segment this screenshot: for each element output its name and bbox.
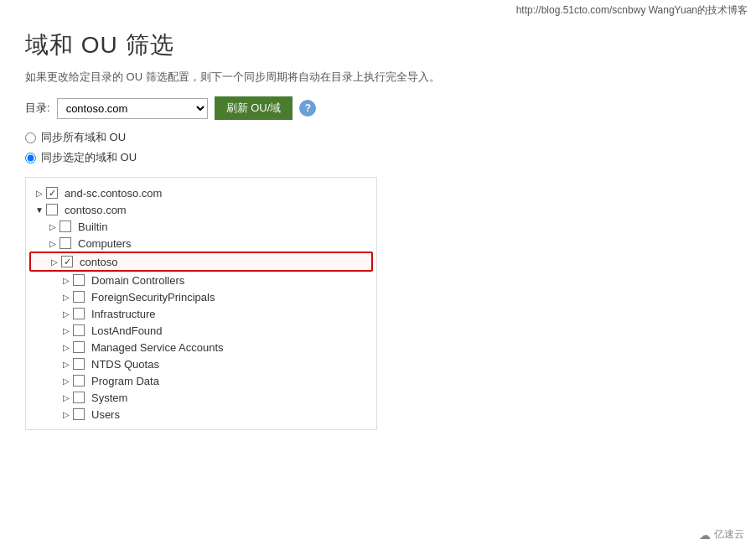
checkbox-infrastructure[interactable] (73, 308, 85, 319)
tree-node-managed-service[interactable]: ▷ Managed Service Accounts (29, 339, 373, 355)
tree-node-foreign-security[interactable]: ▷ ForeignSecurityPrincipals (29, 288, 373, 305)
expand-icon-system: ▷ (60, 391, 73, 404)
node-label-program-data: Program Data (91, 375, 159, 387)
tree-node-lost-found[interactable]: ▷ LostAndFound (29, 322, 373, 339)
expand-icon-domain-controllers: ▷ (60, 273, 73, 287)
expand-icon-contoso: ▷ (48, 255, 61, 268)
tree-node-program-data[interactable]: ▷ Program Data (29, 372, 373, 389)
node-label-ntds-quotas: NTDS Quotas (91, 358, 159, 371)
tree-node-builtin[interactable]: ▷ Builtin (29, 218, 373, 235)
expand-icon-program-data: ▷ (60, 374, 73, 387)
expand-icon-ntds-quotas: ▷ (60, 357, 73, 371)
radio-sync-all[interactable]: 同步所有域和 OU (25, 130, 731, 145)
node-label-builtin: Builtin (78, 221, 107, 233)
node-label-infrastructure: Infrastructure (91, 308, 156, 320)
node-label-lost-found: LostAndFound (91, 324, 163, 337)
node-label-domain-controllers: Domain Controllers (91, 274, 184, 287)
node-label-computers: Computers (78, 237, 132, 250)
node-label-system: System (91, 392, 127, 404)
checkbox-contoso[interactable] (61, 256, 73, 267)
tree-node-users[interactable]: ▷ Users (29, 406, 373, 423)
node-label-contoso: contoso (80, 256, 118, 268)
ou-tree: ▷ and-sc.contoso.com ▼ contoso.com ▷ Bui… (25, 177, 377, 430)
help-icon[interactable]: ? (299, 100, 316, 117)
footer-logo: ☁ 亿速云 (699, 527, 744, 542)
expand-icon-and-sc: ▷ (33, 186, 46, 200)
node-label-users: Users (91, 408, 120, 421)
checkbox-ntds-quotas[interactable] (73, 358, 85, 370)
checkbox-computers[interactable] (60, 237, 71, 249)
tree-node-computers[interactable]: ▷ Computers (29, 235, 373, 252)
tree-node-contoso-root[interactable]: ▼ contoso.com (29, 201, 373, 218)
footer-logo-icon: ☁ (699, 528, 711, 542)
directory-label: 目录: (25, 101, 50, 116)
expand-icon-builtin: ▷ (46, 220, 60, 233)
radio-sync-selected-label: 同步选定的域和 OU (41, 150, 137, 165)
checkbox-builtin[interactable] (60, 221, 71, 232)
expand-icon-contoso-root: ▼ (33, 203, 46, 216)
refresh-button[interactable]: 刷新 OU/域 (215, 96, 293, 120)
expand-icon-foreign-security: ▷ (60, 290, 73, 304)
tree-node-domain-controllers[interactable]: ▷ Domain Controllers (29, 272, 373, 288)
expand-icon-lost-found: ▷ (60, 324, 73, 337)
node-label-and-sc: and-sc.contoso.com (65, 187, 162, 200)
node-label-foreign-security: ForeignSecurityPrincipals (91, 291, 215, 304)
expand-icon-infrastructure: ▷ (60, 307, 73, 320)
checkbox-domain-controllers[interactable] (73, 274, 85, 286)
node-label-contoso-root: contoso.com (65, 204, 127, 216)
expand-icon-managed-service: ▷ (60, 340, 73, 354)
checkbox-managed-service[interactable] (73, 341, 85, 353)
checkbox-users[interactable] (73, 408, 85, 420)
tree-node-contoso[interactable]: ▷ contoso (29, 252, 373, 272)
page-title: 域和 OU 筛选 (25, 29, 731, 61)
checkbox-and-sc[interactable] (46, 187, 58, 199)
top-bar-url: http://blog.51cto.com/scnbwy WangYuan的技术… (516, 4, 748, 16)
description-text: 如果更改给定目录的 OU 筛选配置，则下一个同步周期将自动在目录上执行完全导入。 (25, 70, 731, 85)
tree-node-system[interactable]: ▷ System (29, 389, 373, 406)
radio-sync-selected[interactable]: 同步选定的域和 OU (25, 150, 731, 165)
checkbox-program-data[interactable] (73, 375, 85, 387)
expand-icon-computers: ▷ (46, 236, 60, 250)
checkbox-system[interactable] (73, 392, 85, 403)
checkbox-foreign-security[interactable] (73, 291, 85, 303)
checkbox-lost-found[interactable] (73, 324, 85, 336)
tree-node-and-sc[interactable]: ▷ and-sc.contoso.com (29, 184, 373, 201)
tree-node-ntds-quotas[interactable]: ▷ NTDS Quotas (29, 355, 373, 372)
expand-icon-users: ▷ (60, 407, 73, 421)
tree-node-infrastructure[interactable]: ▷ Infrastructure (29, 305, 373, 322)
radio-sync-all-label: 同步所有域和 OU (41, 130, 126, 145)
directory-select[interactable]: contoso.com (57, 98, 208, 119)
checkbox-contoso-root[interactable] (46, 204, 58, 215)
node-label-managed-service: Managed Service Accounts (91, 341, 224, 354)
footer-logo-text: 亿速云 (714, 527, 744, 542)
